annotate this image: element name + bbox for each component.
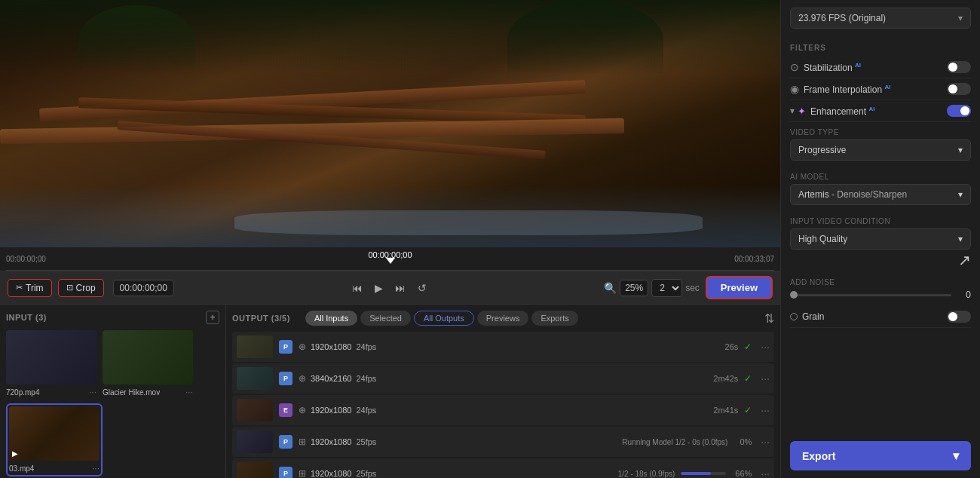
file-menu-button[interactable]: ··· <box>92 463 100 473</box>
loop-button[interactable]: ↺ <box>415 279 430 297</box>
filters-section-label: FILTERS <box>790 44 971 52</box>
output-badge-p: P <box>279 467 292 478</box>
frame-interpolation-icon: ◉ <box>790 83 799 95</box>
tab-all-inputs[interactable]: All Inputs <box>305 311 357 326</box>
add-noise-label: ADD NOISE <box>790 278 971 286</box>
trim-button[interactable]: ✂ Trim <box>8 279 52 297</box>
noise-slider[interactable] <box>790 294 951 296</box>
list-item[interactable]: ▶ 03.mp4 ··· <box>6 403 103 476</box>
output-sort-button[interactable]: ⇅ <box>764 311 774 326</box>
output-fps: 25fps <box>356 469 376 478</box>
output-resolution: 1920x1080 <box>311 437 351 446</box>
stabilization-toggle[interactable] <box>947 61 971 73</box>
controls-bar: ✂ Trim ⊡ Crop 00:00:00;00 ⏮ ▶ ⏭ ↺ 🔍 25% … <box>0 271 780 305</box>
output-duration: 2m42s <box>713 374 738 383</box>
slider-handle[interactable] <box>790 291 798 299</box>
crop-label: Crop <box>76 283 96 293</box>
play-button[interactable]: ▶ <box>372 279 386 297</box>
output-spec: ⊕ 3840x2160 24fps <box>299 373 707 384</box>
table-row[interactable]: P ⊕ 1920x1080 24fps 26s ✓ ··· <box>232 332 774 362</box>
multiplier-select[interactable]: 2 4 8 <box>651 279 682 297</box>
input-panel-title: INPUT (3) <box>6 313 47 322</box>
file-name: 720p.mp4 <box>6 388 39 397</box>
progress-percent: 66% <box>735 469 752 478</box>
grain-toggle[interactable] <box>947 311 971 323</box>
input-condition-dropdown[interactable]: High Quality ▾ <box>790 228 971 250</box>
more-options-button[interactable]: ··· <box>761 372 770 385</box>
tab-exports[interactable]: Exports <box>531 311 577 326</box>
frame-interpolation-row: ◉ Frame Interpolation AI <box>790 78 971 100</box>
grain-circle-icon <box>790 313 798 320</box>
play-icon: ▶ <box>12 449 18 458</box>
spec-icon: ⊕ <box>299 405 306 415</box>
check-icon: ✓ <box>744 342 752 352</box>
output-fps: 24fps <box>356 374 376 383</box>
table-row[interactable]: E ⊕ 1920x1080 24fps 2m41s ✓ ··· <box>232 395 774 425</box>
tab-selected[interactable]: Selected <box>360 311 411 326</box>
progress-percent: 0% <box>740 437 752 446</box>
toggle-knob <box>948 312 957 321</box>
output-resolution: 1920x1080 <box>311 406 351 415</box>
chevron-icon[interactable]: ▾ <box>790 106 795 116</box>
spec-icon: ⊞ <box>299 437 306 447</box>
file-name: 03.mp4 <box>9 464 34 473</box>
add-input-button[interactable]: + <box>206 311 219 324</box>
stabilization-icon: ⊙ <box>790 61 799 73</box>
table-row[interactable]: P ⊞ 1920x1080 25fps Running Model 1/2 - … <box>232 427 774 457</box>
file-name: Glacier Hike.mov <box>103 388 160 397</box>
trim-icon: ✂ <box>16 283 23 293</box>
fps-selector-row: 23.976 FPS (Original) ▾ <box>790 8 971 29</box>
more-options-button[interactable]: ··· <box>761 404 770 416</box>
progress-fill <box>681 472 711 475</box>
more-options-button[interactable]: ··· <box>761 436 770 448</box>
output-resolution: 3840x2160 <box>311 374 351 383</box>
export-button[interactable]: Export ▾ <box>790 441 971 470</box>
spec-icon: ⊕ <box>299 373 306 384</box>
table-row[interactable]: P ⊕ 3840x2160 24fps 2m42s ✓ ··· <box>232 363 774 394</box>
export-chevron-icon: ▾ <box>953 449 959 463</box>
ai-model-label: AI MODEL <box>790 173 971 181</box>
progress-bar <box>681 472 726 475</box>
fps-dropdown[interactable]: 23.976 FPS (Original) ▾ <box>790 8 971 29</box>
time-start: 00:00:00;00 <box>6 255 46 263</box>
file-menu-button[interactable]: ··· <box>185 387 193 397</box>
spec-icon: ⊕ <box>299 342 306 352</box>
time-current: 00:00:00;00 <box>368 250 412 259</box>
enhancement-toggle[interactable] <box>947 105 971 117</box>
output-duration: 2m41s <box>713 406 738 415</box>
ai-badge: AI <box>868 106 874 112</box>
file-menu-button[interactable]: ··· <box>89 387 96 397</box>
step-forward-button[interactable]: ⏭ <box>392 279 409 297</box>
crop-button[interactable]: ⊡ Crop <box>58 279 104 297</box>
table-row[interactable]: P ⊞ 1920x1080 25fps 1/2 - 18s (0.9fps) 6… <box>232 458 774 478</box>
output-fps: 24fps <box>356 342 376 351</box>
ai-model-dropdown[interactable]: Artemis - Denoise/Sharpen ▾ <box>790 184 971 205</box>
stabilization-label: Stabilization AI <box>804 62 947 73</box>
list-item[interactable]: 720p.mp4 ··· <box>6 330 96 397</box>
video-type-label: VIDEO TYPE <box>790 128 971 136</box>
output-thumbnail <box>237 336 273 358</box>
frame-interpolation-toggle[interactable] <box>947 83 971 95</box>
output-list: P ⊕ 1920x1080 24fps 26s ✓ ··· P <box>232 332 774 478</box>
output-resolution: 1920x1080 <box>311 342 351 351</box>
preview-button[interactable]: Preview <box>706 276 773 299</box>
tab-previews[interactable]: Previews <box>477 311 529 326</box>
tab-all-outputs[interactable]: All Outputs <box>414 311 474 326</box>
output-spec: ⊞ 1920x1080 25fps <box>299 437 616 447</box>
running-status: 1/2 - 18s (0.9fps) <box>618 470 675 478</box>
video-type-value: Progressive <box>798 145 846 155</box>
noise-row: 0 <box>790 290 971 300</box>
list-item[interactable]: Glacier Hike.mov ··· <box>103 330 193 397</box>
output-panel: OUTPUT (3/5) All Inputs Selected All Out… <box>226 305 780 478</box>
chevron-down-icon: ▾ <box>958 189 963 200</box>
more-options-button[interactable]: ··· <box>761 467 770 478</box>
more-options-button[interactable]: ··· <box>761 341 770 353</box>
crop-icon: ⊡ <box>66 283 73 293</box>
step-back-button[interactable]: ⏮ <box>349 279 366 297</box>
input-panel: INPUT (3) + 720p.mp4 ··· <box>0 305 226 478</box>
export-label: Export <box>802 450 835 462</box>
output-badge-e: E <box>279 403 292 417</box>
video-type-dropdown[interactable]: Progressive ▾ <box>790 139 971 161</box>
output-badge-p: P <box>279 372 292 385</box>
toggle-knob <box>948 84 957 93</box>
